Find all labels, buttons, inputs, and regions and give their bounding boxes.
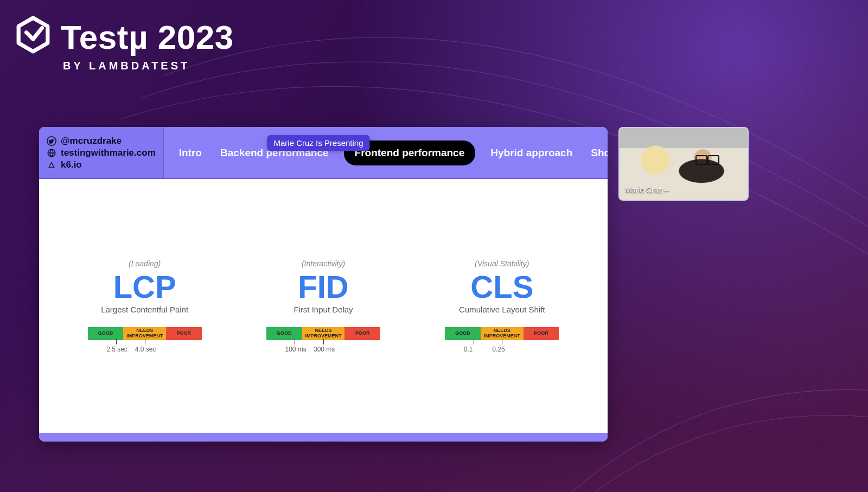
globe-icon [47, 148, 56, 158]
metric-fid: (Interactivity) FID First Input Delay GO… [242, 259, 405, 353]
presenter-identity: @mcruzdrake testingwithmarie.com k6.io [39, 127, 164, 178]
presenting-badge: Marie Cruz Is Presenting [267, 135, 369, 151]
threshold-2: 0.25 [492, 346, 505, 353]
metric-abbr: FID [298, 271, 348, 303]
threshold-1: 2.5 sec [106, 346, 127, 353]
twitter-icon [47, 136, 56, 146]
metric-category: (Interactivity) [302, 259, 345, 268]
metric-category: (Visual Stability) [475, 259, 529, 268]
website-link: testingwithmarie.com [47, 148, 156, 158]
metric-abbr: CLS [470, 271, 533, 303]
segment-good: GOOD [88, 327, 124, 340]
slide-footer-bar [39, 433, 608, 442]
threshold-2: 300 ms [314, 346, 335, 353]
metric-cls: (Visual Stability) CLS Cumulative Layout… [420, 259, 583, 353]
org-text: k6.io [61, 159, 82, 170]
segment-needs-improvement: NEEDS IMPROVEMENT [302, 327, 345, 340]
threshold-bar: GOOD NEEDS IMPROVEMENT POOR [445, 327, 559, 340]
metric-lcp: (Loading) LCP Largest Contentful Paint G… [63, 259, 226, 353]
segment-good: GOOD [266, 327, 302, 340]
handle-text: @mcruzdrake [61, 136, 122, 146]
presenter-webcam[interactable]: Marie Cruz [618, 127, 749, 201]
tab-hybrid-approach[interactable]: Hybrid approach [487, 142, 576, 164]
metric-name: Largest Contentful Paint [101, 305, 188, 314]
metric-category: (Loading) [129, 259, 161, 268]
tab-intro[interactable]: Intro [176, 142, 205, 164]
metric-name: Cumulative Layout Shift [459, 305, 545, 314]
threshold-ticks: 0.1 0.25 [445, 340, 559, 353]
threshold-ticks: 2.5 sec 4.0 sec [88, 340, 202, 353]
threshold-1: 0.1 [464, 346, 473, 353]
segment-needs-improvement: NEEDS IMPROVEMENT [481, 327, 524, 340]
threshold-bar: GOOD NEEDS IMPROVEMENT POOR [266, 327, 380, 340]
segment-poor: POOR [344, 327, 380, 340]
event-title: Testµ 2023 [61, 18, 234, 56]
segment-poor: POOR [524, 327, 559, 340]
tab-show-me[interactable]: Show me! [588, 142, 608, 164]
glasses-icon [695, 155, 719, 163]
org-link: k6.io [47, 159, 156, 170]
metric-abbr: LCP [113, 271, 176, 303]
segment-poor: POOR [166, 327, 202, 340]
twitter-handle: @mcruzdrake [47, 136, 156, 146]
slide-nav-items: Intro Backend performance Frontend perfo… [164, 127, 608, 178]
threshold-1: 100 ms [285, 346, 306, 353]
threshold-bar: GOOD NEEDS IMPROVEMENT POOR [88, 327, 202, 340]
event-header: Testµ 2023 BY LAMBDATEST [15, 15, 234, 72]
threshold-ticks: 100 ms 300 ms [266, 340, 380, 353]
segment-good: GOOD [445, 327, 481, 340]
event-byline: BY LAMBDATEST [63, 60, 234, 72]
slide-content: (Loading) LCP Largest Contentful Paint G… [39, 179, 608, 433]
presentation-slide: Marie Cruz Is Presenting @mcruzdrake tes… [39, 127, 608, 442]
threshold-2: 4.0 sec [135, 346, 156, 353]
segment-needs-improvement: NEEDS IMPROVEMENT [123, 327, 166, 340]
k6-icon [47, 160, 56, 170]
site-text: testingwithmarie.com [61, 148, 156, 158]
presenter-name-overlay: Marie Cruz [625, 186, 669, 194]
event-logo-icon [15, 15, 51, 59]
metric-name: First Input Delay [293, 305, 353, 314]
